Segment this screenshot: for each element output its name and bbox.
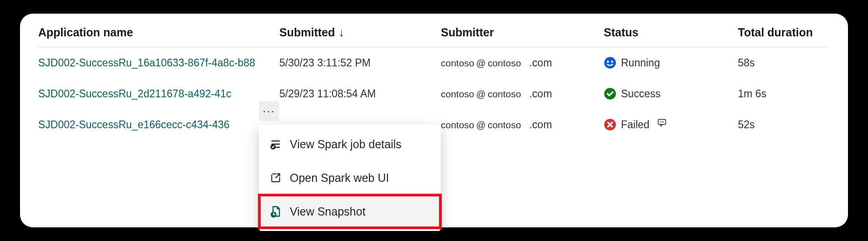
status-label: Failed — [621, 119, 650, 131]
submitted-timestamp: 5/29/23 11:08:54 AM — [279, 88, 376, 100]
column-header-label: Status — [604, 26, 638, 39]
submitter-text: .com — [529, 88, 552, 100]
duration-value: 52s — [738, 119, 755, 131]
ellipsis-icon: ··· — [262, 104, 275, 118]
svg-point-7 — [661, 121, 662, 122]
success-icon — [604, 87, 616, 100]
submitter-text: contoso — [441, 120, 474, 131]
table-row: SJD002-SuccessRu_16a10633-867f-4a8c-b88 … — [38, 47, 830, 78]
row-more-actions-button[interactable]: ··· — [259, 101, 279, 121]
column-header-app-name[interactable]: Application name — [38, 26, 279, 39]
jobs-panel: Application name Submitted ↓ Submitter S… — [20, 14, 848, 227]
submitted-timestamp: 5/30/23 3:11:52 PM — [279, 57, 371, 69]
submitter-text: .com — [529, 119, 552, 131]
svg-point-6 — [660, 121, 661, 122]
column-header-submitter[interactable]: Submitter — [441, 26, 604, 39]
failed-icon — [604, 118, 616, 131]
menu-item-view-spark-job-details[interactable]: View Spark job details — [259, 127, 441, 161]
menu-item-label: Open Spark web UI — [290, 171, 389, 185]
submitter-text: contoso — [488, 58, 521, 69]
list-details-icon — [269, 137, 283, 151]
menu-item-view-snapshot[interactable]: View Snapshot — [259, 195, 441, 228]
column-header-duration[interactable]: Total duration — [738, 26, 830, 39]
at-symbol: @ — [476, 58, 486, 69]
svg-point-0 — [604, 57, 616, 69]
submitter-text: contoso — [441, 58, 474, 69]
snapshot-icon — [269, 205, 283, 218]
row-context-menu: View Spark job details Open Spark web UI… — [259, 125, 441, 231]
duration-value: 1m 6s — [738, 88, 767, 100]
status-label: Success — [621, 88, 661, 100]
column-header-status[interactable]: Status — [604, 26, 738, 39]
column-header-label: Application name — [38, 26, 133, 39]
submitter-text: contoso — [488, 120, 521, 131]
menu-item-label: View Snapshot — [290, 205, 365, 218]
menu-item-label: View Spark job details — [290, 138, 402, 151]
svg-point-1 — [607, 60, 609, 63]
submitter-text: contoso — [488, 89, 521, 100]
svg-line-13 — [276, 174, 280, 178]
sort-descending-icon: ↓ — [338, 26, 344, 39]
column-header-submitted[interactable]: Submitted ↓ — [279, 26, 441, 39]
at-symbol: @ — [476, 120, 486, 131]
svg-point-8 — [663, 121, 664, 122]
column-header-label: Total duration — [738, 26, 813, 39]
duration-value: 58s — [738, 57, 755, 69]
submitter-text: contoso — [441, 89, 474, 100]
column-header-label: Submitter — [441, 26, 494, 39]
column-header-label: Submitted — [279, 26, 335, 39]
jobs-table: Application name Submitted ↓ Submitter S… — [38, 18, 830, 140]
submitter-text: .com — [529, 57, 552, 69]
status-label: Running — [621, 57, 660, 69]
running-icon — [604, 56, 616, 69]
app-name-link[interactable]: SJD002-SuccessRu_2d211678-a492-41c — [38, 88, 232, 100]
at-symbol: @ — [476, 89, 486, 100]
menu-item-open-spark-web-ui[interactable]: Open Spark web UI — [259, 161, 441, 195]
table-row: SJD002-SuccessRu_2d211678-a492-41c 5/29/… — [38, 78, 830, 109]
comment-icon[interactable] — [657, 118, 667, 130]
svg-point-2 — [611, 60, 613, 63]
external-link-icon — [269, 171, 283, 185]
svg-point-3 — [604, 88, 616, 100]
app-name-link[interactable]: SJD002-SuccessRu_e166cecc-c434-436 — [38, 119, 230, 131]
table-header-row: Application name Submitted ↓ Submitter S… — [38, 18, 830, 47]
app-name-link[interactable]: SJD002-SuccessRu_16a10633-867f-4a8c-b88 — [38, 57, 255, 69]
